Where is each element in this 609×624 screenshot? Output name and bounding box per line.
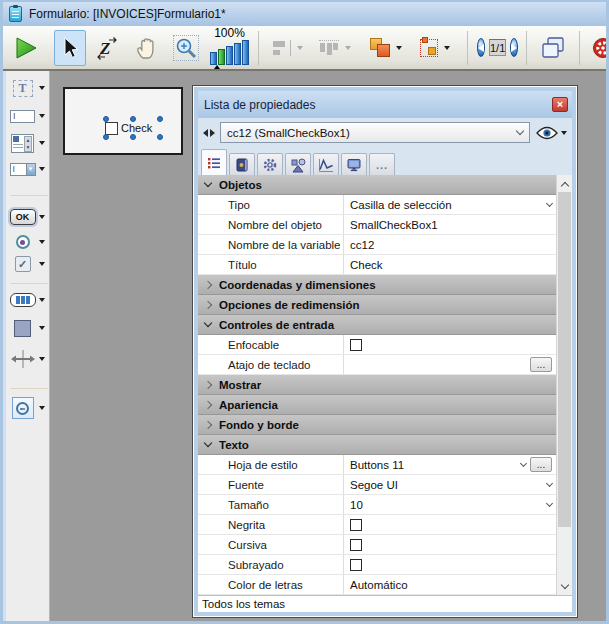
next-control-icon[interactable]	[210, 129, 215, 137]
selection-handle[interactable]	[157, 134, 163, 140]
tool-shape[interactable]	[7, 316, 51, 340]
tool-edit-box[interactable]: I	[7, 104, 51, 128]
property-value[interactable]: Segoe UI	[343, 475, 556, 494]
tool-special-control[interactable]	[7, 396, 51, 420]
selection-style-button[interactable]	[415, 30, 455, 66]
section-header[interactable]: Apariencia	[198, 395, 556, 415]
close-button[interactable]: ×	[552, 97, 568, 112]
checkbox[interactable]	[350, 519, 362, 531]
vertical-scrollbar[interactable]	[556, 175, 572, 595]
property-value[interactable]: Check	[343, 255, 556, 274]
chevron-down-icon[interactable]	[546, 479, 553, 486]
window-list-button[interactable]	[534, 30, 572, 66]
properties-panel-titlebar[interactable]: Lista de propiedades ×	[198, 91, 572, 118]
checkbox-control[interactable]	[105, 122, 118, 135]
property-value[interactable]	[343, 335, 556, 354]
selection-handle[interactable]	[103, 134, 109, 140]
property-value[interactable]	[343, 535, 556, 554]
dropdown-arrow-icon[interactable]	[39, 406, 45, 410]
chevron-down-icon[interactable]	[546, 499, 553, 506]
zoom-level-control[interactable]: 100%	[210, 27, 249, 69]
tab-general[interactable]	[201, 149, 227, 175]
next-page-button[interactable]	[510, 38, 518, 57]
property-value[interactable]: Automático	[343, 575, 556, 594]
cursor-icon	[59, 36, 81, 60]
section-header[interactable]: Objetos	[198, 175, 556, 195]
dropdown-arrow-icon[interactable]	[39, 262, 45, 266]
checkbox[interactable]	[350, 559, 362, 571]
section-header[interactable]: Fondo y borde	[198, 415, 556, 435]
chevron-down-icon[interactable]	[546, 199, 553, 206]
pan-tool-button[interactable]	[128, 30, 164, 66]
ellipsis-button[interactable]: ...	[530, 357, 552, 372]
property-label: Tamaño	[198, 495, 343, 514]
dropdown-arrow-icon[interactable]	[444, 46, 450, 50]
run-button[interactable]	[8, 30, 44, 66]
dropdown-arrow-icon[interactable]	[39, 357, 45, 361]
dropdown-arrow-icon[interactable]	[39, 240, 45, 244]
section-header[interactable]: Mostrar	[198, 375, 556, 395]
tab-notes[interactable]	[229, 153, 255, 175]
previous-control-icon[interactable]	[203, 129, 208, 137]
section-header[interactable]: Coordenadas y dimensiones	[198, 275, 556, 295]
tool-list-box[interactable]: ▲▼	[7, 131, 51, 155]
dropdown-arrow-icon[interactable]	[39, 298, 45, 302]
property-value[interactable]: Casilla de selección	[343, 195, 556, 214]
property-value[interactable]: SmallCheckBox1	[343, 215, 556, 234]
dropdown-arrow-icon[interactable]	[39, 215, 45, 219]
section-header[interactable]: Texto	[198, 435, 556, 455]
property-value[interactable]	[343, 555, 556, 574]
property-value[interactable]: cc12	[343, 235, 556, 254]
scrollbar-thumb[interactable]	[558, 192, 571, 527]
control-toolbox-sidebar: T I ▲▼ I▾ OK	[3, 71, 50, 621]
property-value[interactable]: ...	[343, 355, 556, 374]
section-header[interactable]: Opciones de redimensión	[198, 295, 556, 315]
tool-check-box[interactable]: ✓	[7, 252, 51, 276]
property-value[interactable]: Buttons 11...	[343, 455, 556, 474]
tab-display[interactable]	[341, 153, 367, 175]
scroll-up-button[interactable]	[557, 176, 572, 191]
selection-handle[interactable]	[157, 116, 163, 122]
tab-curve[interactable]	[313, 153, 339, 175]
z-order-button[interactable]: Z	[90, 30, 124, 66]
gear-icon	[592, 37, 609, 59]
control-selector-combo[interactable]: cc12 (SmallCheckBox1)	[220, 122, 530, 143]
tool-static-text[interactable]: T	[7, 76, 51, 100]
checkbox[interactable]	[350, 539, 362, 551]
tool-splitter[interactable]	[7, 347, 51, 371]
ellipsis-button[interactable]: ...	[530, 457, 552, 472]
checkbox[interactable]	[350, 339, 362, 351]
visibility-button[interactable]	[536, 126, 567, 140]
tab-shapes[interactable]	[285, 153, 311, 175]
selection-handle[interactable]	[103, 116, 109, 122]
selection-handle[interactable]	[130, 116, 136, 122]
section-header[interactable]: Controles de entrada	[198, 315, 556, 335]
dropdown-arrow-icon[interactable]	[39, 86, 45, 90]
zoom-tool-button[interactable]	[168, 30, 204, 66]
dropdown-arrow-icon[interactable]	[561, 131, 567, 135]
tab-settings[interactable]	[257, 153, 283, 175]
options-button[interactable]	[587, 30, 609, 66]
dropdown-arrow-icon[interactable]	[39, 141, 45, 145]
tab-more[interactable]: ...	[369, 153, 395, 175]
zoom-bars-icon[interactable]	[210, 40, 249, 65]
bring-to-front-button[interactable]	[364, 30, 407, 66]
dropdown-arrow-icon[interactable]	[39, 167, 45, 171]
tool-button[interactable]: OK	[7, 205, 51, 229]
tool-combo-box[interactable]: I▾	[7, 157, 51, 181]
tool-toolbar-control[interactable]	[7, 288, 51, 312]
dropdown-arrow-icon[interactable]	[39, 114, 45, 118]
dropdown-arrow-icon[interactable]	[39, 326, 45, 330]
page-indicator-field[interactable]: 1/1	[489, 39, 506, 56]
chevron-down-icon[interactable]	[520, 459, 527, 466]
previous-page-button[interactable]	[477, 38, 485, 57]
property-value[interactable]	[343, 515, 556, 534]
form-design-canvas[interactable]: Check	[63, 87, 183, 155]
selection-handle[interactable]	[130, 134, 136, 140]
tool-radio-button[interactable]	[7, 230, 51, 254]
chevron-down-icon[interactable]	[516, 127, 524, 135]
property-value[interactable]: 10	[343, 495, 556, 514]
dropdown-arrow-icon[interactable]	[396, 46, 402, 50]
select-tool-button[interactable]	[54, 30, 86, 66]
scroll-down-button[interactable]	[557, 579, 572, 594]
